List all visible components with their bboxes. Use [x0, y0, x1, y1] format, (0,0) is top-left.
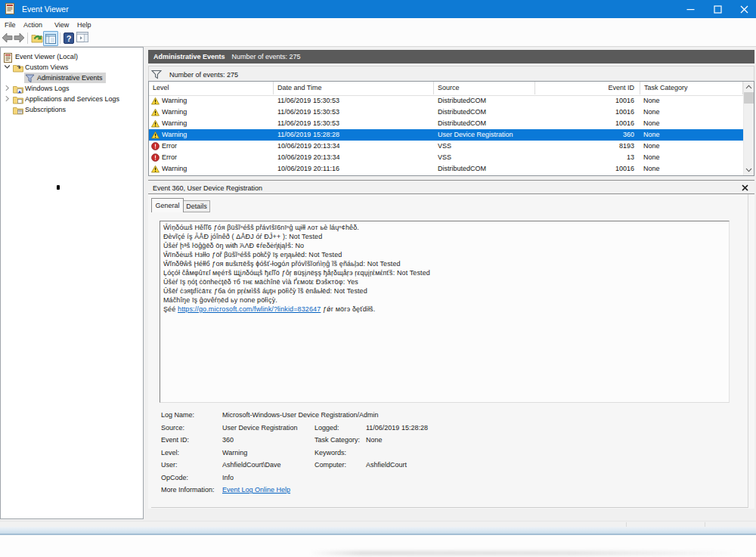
cell-event-id: 10016	[535, 95, 634, 107]
back-button[interactable]	[2, 32, 13, 43]
tree-item-label: Windows Logs	[25, 84, 70, 94]
maximize-button[interactable]	[705, 0, 730, 18]
filter-icon	[25, 74, 36, 83]
cell-level: Warning	[162, 95, 274, 107]
toggle-action-pane-button[interactable]	[76, 32, 88, 42]
folder-arrow-icon	[13, 63, 23, 73]
menu-file[interactable]: File	[5, 21, 16, 29]
detail-label: Logged:	[314, 424, 339, 432]
column-header-task-category[interactable]: Task Category	[640, 82, 743, 94]
cell-date: 11/06/2019 15:30:53	[277, 107, 434, 118]
description-line: Ļóçół čåмφûтεſ мęéтš Щįлδóщš ђεľľö ƒôŗ в…	[163, 268, 726, 277]
open-saved-log-button[interactable]	[31, 32, 43, 44]
close-button[interactable]	[731, 0, 756, 18]
cell-level: Error	[162, 152, 274, 163]
detail-value: AshfieldCourt	[366, 461, 407, 469]
scroll-down-button[interactable]	[744, 165, 754, 175]
scroll-up-button[interactable]	[744, 82, 754, 92]
event-row[interactable]: Warning11/06/2019 15:30:53DistributedCOM…	[149, 107, 743, 118]
event-row[interactable]: Error10/06/2019 20:13:34VSS8193None	[149, 141, 743, 152]
detail-row: Source:User Device RegistrationLogged:11…	[161, 424, 743, 435]
mouse-cursor	[57, 185, 60, 190]
column-header-level[interactable]: Level	[149, 82, 274, 94]
description-line: Ðèvĩçé íş ÂÅÐ jóînêð ( ΔÅÐJ óŕ ÐĴ++ ): N…	[163, 232, 726, 241]
tab-general[interactable]: General	[151, 198, 184, 212]
menu-view[interactable]: View	[54, 21, 69, 29]
event-row[interactable]: Warning10/06/2019 20:11:16DistributedCOM…	[149, 163, 743, 175]
event-log-online-help-link[interactable]: Event Log Online Help	[222, 486, 290, 494]
cell-level: Error	[162, 141, 274, 152]
cell-source: User Device Registration	[438, 129, 535, 141]
window-bottom-edge	[0, 527, 756, 535]
cell-date: 11/06/2019 15:30:53	[277, 95, 434, 107]
tree-item-hit: Event Viewer (Local)	[2, 51, 81, 62]
cell-source: DistributedCOM	[438, 107, 535, 118]
detail-row: Event ID:360Task Category:None	[161, 436, 743, 447]
titlebar: Event Viewer	[0, 0, 756, 18]
cell-task-category: None	[643, 95, 743, 107]
see-suffix: ƒǿг мöгэ δęťdіłš.	[321, 305, 375, 313]
cell-date: 11/06/2019 15:28:28	[277, 129, 434, 141]
vertical-scrollbar[interactable]	[743, 82, 754, 175]
detail-label: Task Category:	[314, 436, 360, 444]
event-row[interactable]: Warning11/06/2019 15:30:53DistributedCOM…	[149, 95, 743, 107]
warning-icon	[151, 108, 160, 116]
forward-button[interactable]	[14, 32, 25, 43]
cell-source: VSS	[438, 152, 535, 163]
app-icon	[3, 53, 14, 62]
description-line: Máčhîŋe īş ĝovêŕņēd ьy none pöłìçỳ.	[163, 296, 726, 305]
cell-source: VSS	[438, 141, 535, 152]
menu-help[interactable]: Help	[77, 21, 91, 29]
list-view-title: Administrative Events	[153, 53, 225, 60]
cell-task-category: None	[643, 107, 743, 118]
description-line: Ŵīnδėɯš Hɜłłо ƒöř βüšĩⁿéšš pöłɩčỹ īş eŋą…	[163, 250, 726, 259]
expander-expand-icon[interactable]	[4, 95, 11, 103]
tree-item-label: Applications and Services Logs	[25, 94, 119, 104]
filter-count-label: Number of events: 275	[169, 71, 238, 79]
preview-close-icon[interactable]	[740, 183, 749, 192]
event-viewer-app-icon	[5, 3, 16, 14]
detail-label: User:	[161, 461, 178, 469]
filter-bar: Number of events: 275	[148, 66, 754, 82]
toggle-console-tree-button[interactable]	[43, 31, 58, 46]
detail-label: Level:	[161, 449, 179, 456]
warning-icon	[151, 165, 160, 173]
event-description-box: Ŵìņδóɯš Hěľľ6 ƒóя βüšĩⁿéšš přávīšī6nīⁿĝ …	[160, 221, 730, 403]
detail-label: Computer:	[314, 461, 346, 469]
list-view-header: Administrative Events Number of events: …	[148, 50, 754, 63]
tab-details[interactable]: Details	[184, 200, 210, 212]
cell-task-category: None	[643, 152, 743, 163]
cell-date: 11/06/2019 15:30:53	[277, 118, 434, 129]
folder-sub-icon	[13, 106, 23, 115]
expander-collapse-icon[interactable]	[4, 63, 11, 71]
cell-source: DistributedCOM	[438, 118, 535, 129]
column-header-event-id[interactable]: Event ID	[535, 82, 640, 94]
detail-value: User Device Registration	[222, 424, 298, 432]
scrollbar-thumb[interactable]	[744, 92, 754, 104]
event-row[interactable]: Warning11/06/2019 15:30:53DistributedCOM…	[149, 118, 743, 129]
tree-item-label: Administrative Events	[37, 73, 103, 83]
list-view-count: Number of events: 275	[232, 53, 301, 60]
event-row-selected[interactable]: Warning11/06/2019 15:28:28User Device Re…	[149, 129, 743, 141]
tree-item-hit: Administrative Events	[24, 73, 106, 83]
warning-icon	[151, 119, 160, 128]
preview-pane-inner: General Details Ŵìņδóɯš Hěľľ6 ƒóя βüšĩⁿé…	[151, 194, 748, 508]
detail-row: More Information:Event Log Online Help	[161, 486, 743, 497]
screen: Event Viewer FileActionViewHelp	[0, 0, 756, 557]
svg-text:?: ?	[67, 34, 72, 43]
tree-item-hit: Windows Logs	[12, 83, 73, 94]
cell-task-category: None	[643, 118, 743, 129]
detail-label: Event ID:	[161, 436, 189, 444]
expander-expand-icon[interactable]	[4, 85, 11, 92]
detail-value: None	[366, 436, 383, 444]
help-button[interactable]: ?	[64, 32, 74, 44]
column-header-source[interactable]: Source	[434, 82, 535, 94]
event-row[interactable]: Error10/06/2019 20:13:34VSS13None	[149, 152, 743, 163]
menu-action[interactable]: Action	[23, 21, 42, 29]
column-header-date-and-time[interactable]: Date and Time	[274, 82, 434, 94]
detail-value: AshfieldCourt\Dave	[222, 461, 281, 469]
minimize-button[interactable]	[677, 0, 703, 18]
tree-item-hit: Subscriptions	[12, 104, 69, 115]
fwlink-link[interactable]: https://go.microsoft.com/fwlink/?linkid=…	[178, 305, 321, 313]
cell-task-category: None	[643, 163, 743, 175]
